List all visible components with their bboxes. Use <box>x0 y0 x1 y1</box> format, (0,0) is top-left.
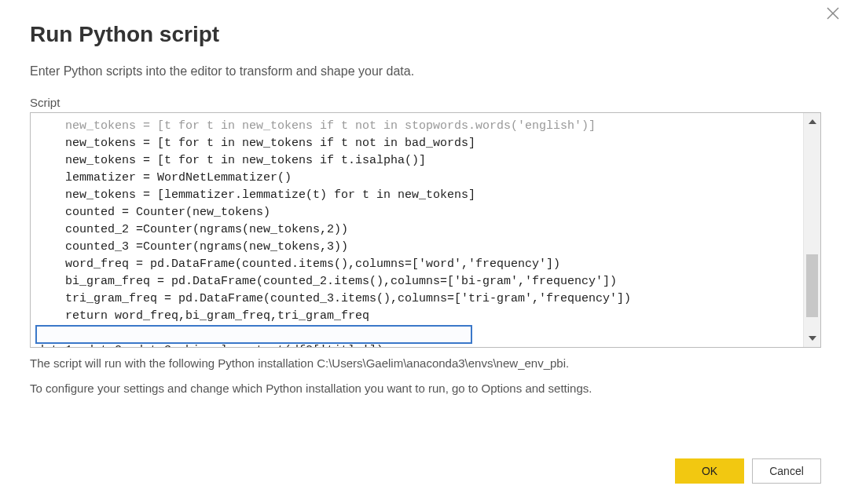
dialog-button-row: OK Cancel <box>675 458 821 484</box>
scroll-up-icon[interactable] <box>804 113 820 130</box>
scrollbar[interactable] <box>803 113 820 347</box>
dialog-title: Run Python script <box>30 22 821 47</box>
ok-button[interactable]: OK <box>675 458 744 484</box>
close-icon[interactable] <box>826 6 840 24</box>
cancel-button[interactable]: Cancel <box>752 458 821 484</box>
script-content[interactable]: new_tokens = [t for t in new_tokens if t… <box>31 113 803 347</box>
dialog-subtitle: Enter Python scripts into the editor to … <box>30 64 821 79</box>
script-editor[interactable]: new_tokens = [t for t in new_tokens if t… <box>30 112 821 348</box>
scroll-down-icon[interactable] <box>804 330 820 347</box>
info-installation-path: The script will run with the following P… <box>30 354 821 373</box>
script-label: Script <box>30 96 821 109</box>
info-settings-hint: To configure your settings and change wh… <box>30 379 821 398</box>
scroll-thumb[interactable] <box>806 254 818 317</box>
run-python-script-dialog: Run Python script Enter Python scripts i… <box>0 0 851 504</box>
